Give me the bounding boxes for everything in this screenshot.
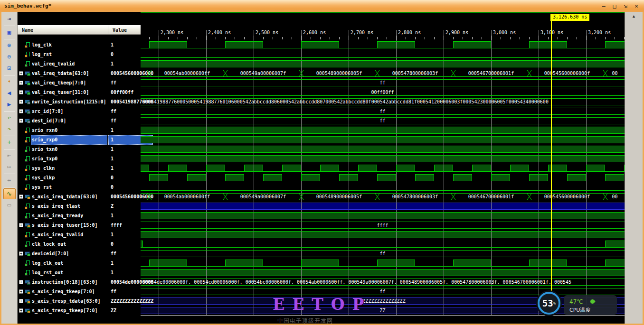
axis-tick xyxy=(596,37,596,39)
signal-row[interactable]: srio_txn01 xyxy=(18,145,154,154)
go-to-edge-icon[interactable]: ➧ xyxy=(3,76,16,87)
rising-edge xyxy=(320,165,321,172)
next-transition-icon[interactable]: ▶ xyxy=(3,99,16,110)
bus-bottom-line xyxy=(141,257,625,257)
close-button[interactable]: × xyxy=(633,2,640,10)
signal-row[interactable]: log_rst0 xyxy=(18,50,154,59)
high-level-fill xyxy=(472,165,491,171)
zoom-in-icon[interactable]: ⊕ xyxy=(3,40,16,51)
signal-row[interactable]: s_axis_ireq_tlastZ xyxy=(18,202,154,211)
undo-arrow-icon[interactable]: ↶ xyxy=(3,112,16,123)
rising-edge xyxy=(567,174,568,181)
signal-row[interactable]: +s_axis_tresp_tdata[63:0]ZZZZZZZZZZZZZZZ xyxy=(18,297,154,306)
expand-icon[interactable]: + xyxy=(19,119,23,123)
title-bar[interactable]: sim_behav.wcfg* —□⇲× xyxy=(0,0,644,12)
expand-icon[interactable]: + xyxy=(19,299,23,303)
signal-row[interactable]: s_axis_ireq_tvalid1 xyxy=(18,230,154,240)
vertical-scrollbar[interactable]: ▲ xyxy=(625,12,643,324)
ruler-icon[interactable]: ▭ xyxy=(3,200,16,211)
signal-row[interactable]: +val_ireq_tuser[31:0]00ff00ff xyxy=(18,88,154,97)
signal-row[interactable]: +s_axis_ireq_tuser[15:0]ffff xyxy=(18,221,154,230)
signal-row[interactable]: +val_ireq_tdata[63:0]000545600006000 xyxy=(18,69,154,78)
high-level-line xyxy=(415,174,434,175)
time-cursor[interactable] xyxy=(551,20,552,316)
expand-icon[interactable]: + xyxy=(19,251,23,256)
cpu-monitor-widget[interactable]: 53 % 47℃ CPU温度 xyxy=(538,292,622,321)
bus-signal-icon xyxy=(25,89,31,95)
signal-row[interactable]: +dest_id[7:0]ff xyxy=(18,116,154,126)
cpu-usage-gauge[interactable]: 53 % xyxy=(538,292,560,315)
expand-icon[interactable]: + xyxy=(19,223,23,227)
save-icon[interactable]: ▣ xyxy=(3,27,16,38)
signal-row[interactable]: +nwrite_instruction[1215:0]0005419887760… xyxy=(18,97,154,107)
signal-row[interactable]: +s_axis_ireq_tkeep[7:0]ff xyxy=(18,287,154,297)
signal-row[interactable]: srio_rxn01 xyxy=(18,126,154,135)
falling-edge xyxy=(491,165,491,172)
rising-edge xyxy=(605,41,606,48)
axis-tick xyxy=(577,37,577,39)
previous-edge-icon[interactable]: ⇤ xyxy=(3,150,16,161)
minimize-button[interactable]: — xyxy=(600,2,607,10)
wave-toolbar: ⇥▣⊕⊖⊡➧◀▶↶↷+⇤↦↔∿▭ xyxy=(1,12,18,324)
signal-row[interactable]: log_rst_out1 xyxy=(18,268,154,278)
maximize-button[interactable]: □ xyxy=(611,2,618,10)
expand-icon[interactable]: + xyxy=(19,280,23,284)
expand-icon[interactable]: + xyxy=(19,109,23,113)
bus-bottom-line xyxy=(141,95,625,96)
axis-tick xyxy=(254,36,254,40)
expand-icon[interactable]: + xyxy=(19,308,23,313)
high-level-line xyxy=(396,165,415,165)
signal-name: s_axis_ireq_tvalid xyxy=(32,230,83,240)
signal-row[interactable]: sys_clkp0 xyxy=(18,173,154,183)
snap-to-transition-icon[interactable]: ∿ xyxy=(3,188,16,199)
falling-edge xyxy=(415,41,415,48)
next-edge-icon[interactable]: ↦ xyxy=(3,162,16,173)
expand-icon[interactable]: + xyxy=(19,195,23,199)
rising-edge xyxy=(434,165,435,172)
signal-row[interactable]: log_clk_out1 xyxy=(18,259,154,268)
zoom-out-icon[interactable]: ⊖ xyxy=(3,52,16,63)
high-level-line xyxy=(377,260,415,260)
measure-icon[interactable]: ↔ xyxy=(3,175,16,186)
signal-row[interactable]: val_ireq_tvalid1 xyxy=(18,59,154,69)
scroll-up-icon[interactable]: ▲ xyxy=(625,14,643,19)
previous-transition-icon[interactable]: ◀ xyxy=(3,88,16,99)
restore-button[interactable]: ⇲ xyxy=(622,2,629,10)
signal-row[interactable]: +instruction[0:18][63:0]00054de00006000 xyxy=(18,278,154,287)
signal-row[interactable]: +s_axis_tresp_tkeep[7:0]ZZ xyxy=(18,306,154,316)
add-marker-icon[interactable]: + xyxy=(3,137,16,148)
signal-row[interactable]: +deviceid[7:0]ff xyxy=(18,249,154,259)
name-column-header[interactable]: Name xyxy=(18,25,108,35)
high-level-line xyxy=(244,165,263,165)
expand-icon[interactable]: + xyxy=(19,71,23,75)
low-level-line xyxy=(141,219,625,219)
waveform-canvas[interactable]: 2,300 ns2,400 ns2,500 ns2,600 ns2,700 ns… xyxy=(141,12,625,324)
dock-icon[interactable]: ⇥ xyxy=(3,14,16,25)
rising-edge xyxy=(472,165,473,172)
expand-icon[interactable]: + xyxy=(19,289,23,294)
bus-icon-front xyxy=(27,225,30,228)
signal-value: 1 xyxy=(111,154,114,164)
signal-row[interactable]: +src_id[7:0]ff xyxy=(18,107,154,116)
expand-icon[interactable]: + xyxy=(19,81,23,85)
signal-row[interactable]: sys_clkn1 xyxy=(18,164,154,173)
signal-row[interactable]: srio_rxp01 xyxy=(18,135,154,145)
signal-row[interactable]: +val_ireq_tkeep[7:0]ff xyxy=(18,78,154,88)
signal-row[interactable]: clk_lock_out0 xyxy=(18,240,154,249)
signal-row[interactable]: s_axis_ireq_tready1 xyxy=(18,211,154,221)
signal-row[interactable]: +s_axis_ireq_tdata[63:0]000545600006000 xyxy=(18,192,154,202)
axis-tick xyxy=(529,37,530,39)
expand-icon[interactable]: + xyxy=(19,90,23,94)
signal-row[interactable]: srio_txp01 xyxy=(18,154,154,164)
high-level-line xyxy=(377,41,415,42)
signal-row[interactable]: log_clk1 xyxy=(18,40,154,50)
signal-row[interactable]: sys_rst0 xyxy=(18,183,154,192)
redo-arrow-icon[interactable]: ↷ xyxy=(3,124,16,135)
high-level-fill xyxy=(586,165,605,171)
expand-icon[interactable]: + xyxy=(19,100,23,104)
high-level-fill xyxy=(141,156,625,162)
axis-tick xyxy=(339,37,340,39)
high-level-fill xyxy=(491,175,510,181)
signal-name: s_axis_tresp_tdata[63:0] xyxy=(32,297,101,306)
zoom-fit-icon[interactable]: ⊡ xyxy=(3,63,16,74)
